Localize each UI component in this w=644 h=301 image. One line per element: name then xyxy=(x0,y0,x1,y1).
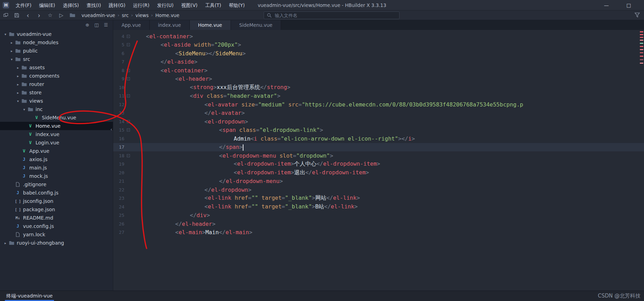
menu-r[interactable]: 运行(R) xyxy=(129,0,153,10)
tree-item-src[interactable]: ▾src xyxy=(0,55,113,63)
tree-chevron-icon[interactable]: ▾ xyxy=(22,108,27,111)
tree-chevron-icon[interactable]: ▾ xyxy=(9,57,14,61)
tree-item-index-vue[interactable]: Vindex.vue xyxy=(0,130,113,138)
menu-v[interactable]: 视图(V) xyxy=(177,0,201,10)
code-line-21[interactable]: 21</el-dropdown-menu> xyxy=(113,177,644,186)
tree-chevron-icon[interactable]: ▸ xyxy=(15,74,21,78)
code-line-15[interactable]: 15-<span class="el-dropdown-link"> xyxy=(113,126,644,135)
tab-home-vue[interactable]: Home.vue xyxy=(190,20,231,30)
tab-index-vue[interactable]: index.vue xyxy=(150,20,190,30)
tree-item-sidemenu-vue[interactable]: VSideMenu.vue xyxy=(0,113,113,122)
breadcrumb-home-vue[interactable]: Home.vue xyxy=(155,13,179,18)
tree-item-login-vue[interactable]: VLogin.vue xyxy=(0,138,113,147)
tree-item-app-vue[interactable]: VApp.vue xyxy=(0,147,113,155)
switch-window-icon[interactable] xyxy=(0,10,11,20)
tree-item-readme-md[interactable]: M↓README.md xyxy=(0,214,113,222)
tree-item-yarn-lock[interactable]: yarn.lock xyxy=(0,230,113,239)
save-icon[interactable] xyxy=(11,10,22,20)
menu-s[interactable]: 选择(S) xyxy=(59,0,83,10)
tree-item-router[interactable]: ▸router xyxy=(0,80,113,88)
tree-item-home-vue[interactable]: VHome.vue xyxy=(0,122,113,130)
tree-item-babel-config-js[interactable]: Jbabel.config.js xyxy=(0,189,113,197)
code-line-23[interactable]: 23<el-link href="" target="_blank">网站</e… xyxy=(113,194,644,203)
tree-chevron-icon[interactable]: ▸ xyxy=(3,241,8,245)
tree-chevron-icon[interactable]: ▸ xyxy=(15,82,21,86)
code-line-26[interactable]: 26</el-header> xyxy=(113,220,644,228)
code-line-14[interactable]: 14-<el-dropdown> xyxy=(113,117,644,126)
tree-chevron-icon[interactable]: ▸ xyxy=(15,91,21,95)
minimap-ruler[interactable] xyxy=(639,30,644,291)
code-line-11[interactable]: 11-<div class="header-avatar"> xyxy=(113,92,644,101)
menu-f[interactable]: 文件(F) xyxy=(12,0,35,10)
tree-item-components[interactable]: ▸components xyxy=(0,72,113,80)
code-line-10[interactable]: 10<strong>xxx后台管理系统</strong> xyxy=(113,83,644,92)
sidebar-collapse-handle[interactable]: ‹ xyxy=(110,127,112,132)
tree-item-views[interactable]: ▾views xyxy=(0,97,113,105)
more-menu-icon[interactable]: ☰ xyxy=(104,22,108,27)
code-line-19[interactable]: 19<el-dropdown-item>个人中心</el-dropdown-it… xyxy=(113,160,644,169)
code-line-9[interactable]: 9-<el-header> xyxy=(113,75,644,84)
tree-item-node-modules[interactable]: ▸node_modules xyxy=(0,38,113,47)
menu-t[interactable]: 工具(T) xyxy=(201,0,225,10)
fold-marker-icon[interactable]: - xyxy=(125,94,131,97)
locate-file-icon[interactable]: ⊕ xyxy=(85,22,89,27)
minimize-icon[interactable]: — xyxy=(603,2,610,8)
code-line-4[interactable]: 4-<el-container> xyxy=(113,32,644,41)
favorite-star-icon[interactable]: ☆ xyxy=(45,10,56,20)
tree-item-jsconfig-json[interactable]: [ ]jsconfig.json xyxy=(0,197,113,205)
breadcrumb-vueadmin-vue[interactable]: vueadmin-vue xyxy=(82,13,115,18)
filter-funnel-icon[interactable] xyxy=(635,13,640,17)
code-line-12[interactable]: 12<el-avatar size="medium" src="https://… xyxy=(113,100,644,109)
code-line-22[interactable]: 22</el-dropdown> xyxy=(113,185,644,194)
tree-item-vue-config-js[interactable]: Jvue.config.js xyxy=(0,222,113,230)
code-line-20[interactable]: 20<el-dropdown-item>退出</el-dropdown-item… xyxy=(113,168,644,177)
menu-i[interactable]: 查找(I) xyxy=(83,0,105,10)
maximize-icon[interactable]: □ xyxy=(625,2,632,8)
nav-back-icon[interactable]: ‹ xyxy=(22,10,33,20)
nav-forward-icon[interactable]: › xyxy=(33,10,45,20)
menu-y[interactable]: 帮助(Y) xyxy=(225,0,249,10)
menu-g[interactable]: 跳转(G) xyxy=(105,0,129,10)
tree-item-inc[interactable]: ▾inc xyxy=(0,105,113,113)
fold-marker-icon[interactable]: - xyxy=(125,128,131,132)
code-line-5[interactable]: 5-<el-aside width="200px"> xyxy=(113,41,644,49)
fold-marker-icon[interactable]: - xyxy=(125,120,131,123)
tab-sidemenu-vue[interactable]: SideMenu.vue xyxy=(231,20,281,30)
terminal-tab[interactable]: 终端-vueadmin-vue xyxy=(5,291,54,301)
tree-item-axios-js[interactable]: Jaxios.js xyxy=(0,155,113,164)
code-line-17[interactable]: 17</span> xyxy=(113,143,644,152)
fold-marker-icon[interactable]: - xyxy=(125,35,131,38)
tab-app-vue[interactable]: App.vue xyxy=(113,20,150,30)
tree-chevron-icon[interactable]: ▸ xyxy=(9,41,14,45)
breadcrumb-views[interactable]: views xyxy=(135,13,149,18)
menu-u[interactable]: 发行(U) xyxy=(153,0,177,10)
tree-item-package-json[interactable]: [ ]package.json xyxy=(0,205,113,214)
search-input[interactable] xyxy=(274,13,396,18)
code-line-6[interactable]: 6<SideMenu></SideMenu> xyxy=(113,49,644,58)
fold-marker-icon[interactable]: - xyxy=(125,69,131,72)
menu-e[interactable]: 编辑(E) xyxy=(35,0,59,10)
fold-marker-icon[interactable]: - xyxy=(125,77,131,80)
code-line-24[interactable]: 24<el-link href="" target="_blank">B站</e… xyxy=(113,203,644,211)
tree-item-main-js[interactable]: Jmain.js xyxy=(0,164,113,172)
code-line-18[interactable]: 18-<el-dropdown-menu slot="dropdown"> xyxy=(113,151,644,160)
tree-item-public[interactable]: ▸public xyxy=(0,47,113,55)
code-line-27[interactable]: 27<el-main>Main</el-main> xyxy=(113,228,644,237)
run-icon[interactable]: ▷ xyxy=(56,10,67,20)
code-line-8[interactable]: 8-<el-container> xyxy=(113,66,644,75)
code-line-7[interactable]: 7</el-aside> xyxy=(113,58,644,66)
tree-chevron-icon[interactable]: ▾ xyxy=(15,99,21,103)
code-line-13[interactable]: 13</el-avatar> xyxy=(113,109,644,118)
code-line-16[interactable]: 16Admin<i class="el-icon-arrow-down el-i… xyxy=(113,134,644,143)
tree-item-vueadmin-vue[interactable]: ▾vueadmin-vue xyxy=(0,30,113,38)
code-line-25[interactable]: 25</div> xyxy=(113,211,644,220)
panel-toggle-icon[interactable]: ◫ xyxy=(94,22,99,27)
tree-chevron-icon[interactable]: ▾ xyxy=(3,32,8,36)
code-editor[interactable]: 4-<el-container>5-<el-aside width="200px… xyxy=(113,30,644,291)
tree-item-gitignore[interactable]: .gitignore xyxy=(0,180,113,189)
fold-marker-icon[interactable]: - xyxy=(125,154,131,157)
breadcrumb-src[interactable]: src xyxy=(122,13,129,18)
tree-item-ruoyi-ui-zhongbang[interactable]: ▸ruoyi-ui-zhongbang xyxy=(0,239,113,247)
tree-chevron-icon[interactable]: ▸ xyxy=(15,66,21,70)
fold-marker-icon[interactable]: - xyxy=(125,43,131,46)
